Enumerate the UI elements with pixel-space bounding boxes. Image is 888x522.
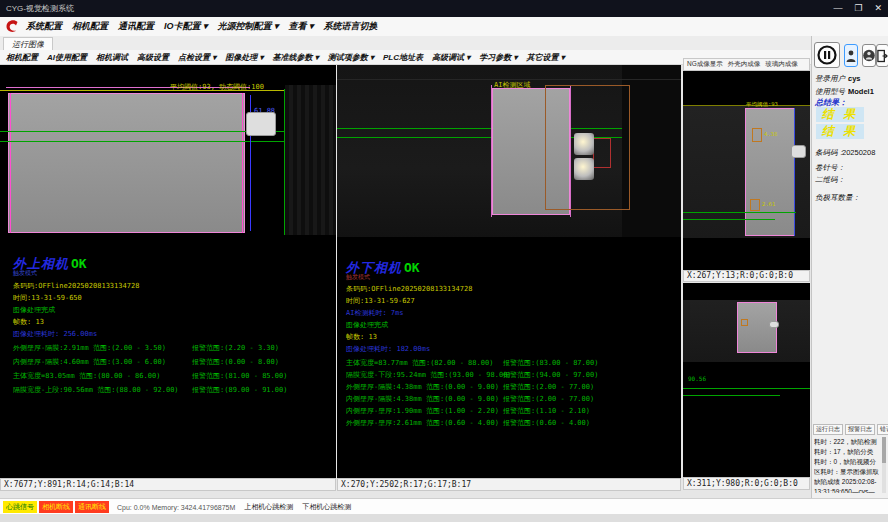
- measurement-text: 外侧壁厚-隔膜:2.91mm 范围:(2.00 - 3.50): [13, 343, 166, 353]
- login-user-value: cys: [848, 74, 861, 83]
- measurement-text: 隔膜宽度-上段:90.56mm 范围:(88.00 - 92.00): [13, 385, 179, 395]
- measurement-alarm: 报警范围:(81.00 - 85.00): [192, 371, 287, 381]
- trigger-mode-label: 触发模式: [13, 269, 37, 278]
- result-box-lower: 结 果: [816, 124, 864, 139]
- tab-row: 运行图像: [0, 36, 888, 51]
- menu-view[interactable]: 查看 ▾: [289, 20, 314, 33]
- background-texture: [622, 65, 681, 237]
- left-pixel-coords: X:7677;Y:891;R:14;G:14;B:14: [0, 478, 336, 491]
- heartbeat-status-badge: 心跳信号: [3, 501, 37, 513]
- process-time-label: 图像处理耗时: 182.00ms: [346, 344, 430, 354]
- tab-glass-image[interactable]: 玻璃内成像: [765, 60, 798, 69]
- tool-plc-address-table[interactable]: PLC地址表: [383, 52, 423, 63]
- pause-icon: [817, 45, 837, 65]
- window-title: CYG-视觉检测系统: [6, 3, 74, 14]
- menu-language-switch[interactable]: 系统语言切换: [324, 20, 378, 33]
- log-scrollbar-thumb[interactable]: [882, 437, 886, 463]
- barcode-label: 条码码:OFFline20250208133134728: [13, 281, 139, 291]
- barcode-field-label: 条码码：: [815, 148, 845, 158]
- tab-alarm-log[interactable]: 报警日志: [845, 424, 875, 435]
- measurement-alarm: 报警范围:(94.00 - 97.00): [503, 370, 598, 380]
- roi-value-overlay: 2.61: [762, 201, 775, 207]
- pause-button[interactable]: [814, 42, 840, 68]
- measurement-row: 外侧壁厚-隔膜:4.38mm 范围:(0.00 - 9.00) 报警范围:(2.…: [337, 382, 681, 392]
- tool-advanced-settings[interactable]: 高级设置: [137, 52, 169, 63]
- process-status-label: 图像处理完成: [346, 320, 388, 330]
- tool-camera-debug[interactable]: 相机调试: [96, 52, 128, 63]
- needle-number-label: 卷针号：: [815, 163, 845, 173]
- defect-roi-box: [741, 319, 748, 326]
- measure-cursor-line: [794, 108, 795, 236]
- ai-region-overlay: AI检测区域: [494, 80, 530, 90]
- tab-error-log[interactable]: 错误日志: [877, 424, 888, 435]
- tab-ng-image[interactable]: NG成像显示: [687, 60, 723, 69]
- menu-light-config[interactable]: 光源控制配置 ▾: [218, 20, 279, 33]
- center-camera-view[interactable]: AI检测区域 外下相机OK 触发模式 条码码:OFFline2025020813…: [337, 65, 681, 478]
- small-bottom-pixel-coords: X:311;Y:980;R:0;G:0;B:0: [683, 477, 810, 490]
- titlebar: CYG-视觉检测系统 — ❐ ✕: [0, 0, 888, 17]
- small-top-camera-view[interactable]: 平均阈值:93 4.38 2.61: [683, 71, 810, 270]
- tool-learning-params[interactable]: 学习参数 ▾: [479, 52, 517, 63]
- measurement-row: 外侧壁厚-壁厚:2.61mm 范围:(0.60 - 4.00) 报警范围:(0.…: [337, 418, 681, 428]
- lock-screen-button[interactable]: [862, 44, 876, 67]
- measurement-row: 主体宽度=83.77mm 范围:(82.00 - 88.00) 报警范围:(83…: [337, 358, 681, 368]
- log-scrollbar[interactable]: [882, 437, 886, 493]
- small-bottom-camera-view[interactable]: 90.56: [683, 283, 810, 477]
- measure-line: [683, 395, 780, 396]
- tab-shell-image[interactable]: 外壳内成像: [728, 60, 761, 69]
- left-camera-view[interactable]: 平均阈值:93, 动态阈值:100 61.88 外上相机OK 触发模式 条码码:…: [0, 65, 336, 478]
- login-user-label: 登录用户：: [815, 74, 853, 84]
- tool-image-processing[interactable]: 图像处理 ▾: [225, 52, 263, 63]
- result-ok-label: OK: [404, 260, 420, 275]
- tool-ai-config[interactable]: AI使用配置: [47, 52, 87, 63]
- measure-line: [683, 212, 796, 213]
- measure-line: [683, 219, 775, 220]
- measurement-row: 内侧壁厚-壁厚:1.90mm 范围:(1.00 - 2.20) 报警范围:(1.…: [337, 406, 681, 416]
- result-ok-label: OK: [71, 256, 87, 271]
- tool-advanced-debug[interactable]: 高级调试 ▾: [432, 52, 470, 63]
- menu-system-config[interactable]: 系统配置: [26, 20, 62, 33]
- minimize-icon[interactable]: —: [833, 2, 842, 14]
- measurement-text: 主体宽度=83.77mm 范围:(82.00 - 88.00): [346, 358, 493, 368]
- threshold-overlay: 平均阈值:93: [746, 101, 778, 108]
- result-box-upper: 结 果: [816, 107, 864, 122]
- log-tabs: 运行日志 报警日志 错误日志: [813, 424, 887, 435]
- tool-baseline-params[interactable]: 基准线参数 ▾: [273, 52, 319, 63]
- roi-value-overlay: 4.38: [764, 131, 777, 137]
- measurement-text: 内侧壁厚-隔膜:4.38mm 范围:(0.00 - 9.00): [346, 394, 499, 404]
- time-label: 时间:13-31-59-650: [13, 293, 82, 303]
- maximize-icon[interactable]: ❐: [854, 2, 862, 14]
- menu-io-config[interactable]: IO卡配置 ▾: [164, 20, 208, 33]
- tab-run-log[interactable]: 运行日志: [813, 424, 843, 435]
- status-bar: 心跳信号 相机断线 通讯断线 Cpu: 0.0% Memory: 3424.41…: [0, 498, 888, 515]
- tab-count-label: 负极耳数量：: [815, 193, 860, 203]
- measurement-text: 隔膜宽度-下段:95.24mm 范围:(93.00 - 98.00): [346, 370, 512, 380]
- defect-roi-box: [593, 138, 611, 168]
- small-top-pixel-coords: X:267;Y:13;R:0;G:0;B:0: [683, 270, 810, 282]
- tab-run-image[interactable]: 运行图像: [3, 37, 53, 51]
- tool-test-params[interactable]: 测试项参数 ▾: [328, 52, 374, 63]
- product-region: [8, 93, 245, 233]
- upper-camera-heartbeat: 上相机心跳检测: [244, 502, 293, 512]
- measurement-alarm: 报警范围:(1.10 - 2.10): [503, 406, 590, 416]
- exit-button[interactable]: [876, 44, 888, 67]
- close-icon[interactable]: ✕: [874, 2, 882, 14]
- background-texture: [285, 85, 336, 235]
- measurement-text: 外侧壁厚-隔膜:4.38mm 范围:(0.00 - 9.00): [346, 382, 499, 392]
- measurement-alarm: 报警范围:(0.00 - 8.00): [192, 357, 279, 367]
- small-view-tabs: NG成像显示 外壳内成像 玻璃内成像: [683, 58, 810, 71]
- process-time-label: 图像处理耗时: 256.00ms: [13, 329, 97, 339]
- menu-camera-config[interactable]: 相机配置: [72, 20, 108, 33]
- defect-roi-box: [750, 199, 760, 211]
- tool-other-settings[interactable]: 其它设置 ▾: [527, 52, 565, 63]
- menu-comm-config[interactable]: 通讯配置: [118, 20, 154, 33]
- measurement-alarm: 报警范围:(89.00 - 91.00): [192, 385, 287, 395]
- lock-icon: [863, 48, 875, 63]
- user-login-button[interactable]: [844, 44, 858, 67]
- tool-spotcheck-settings[interactable]: 点检设置 ▾: [178, 52, 216, 63]
- model-label: 使用型号：: [815, 87, 853, 97]
- measure-line: [683, 388, 810, 389]
- tool-camera-config[interactable]: 相机配置: [6, 52, 38, 63]
- edge-line: [242, 93, 243, 233]
- window-edge: [0, 514, 888, 522]
